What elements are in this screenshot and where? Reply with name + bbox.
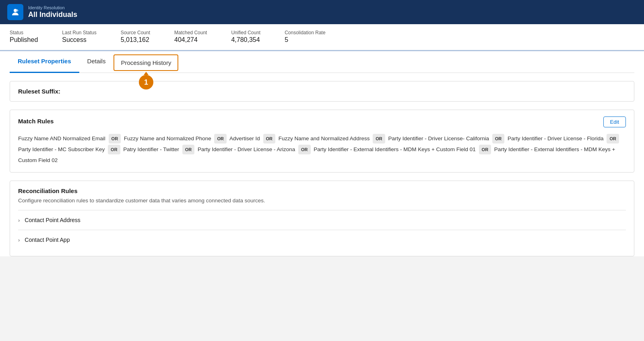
stat-last-run: Last Run Status Success bbox=[62, 30, 96, 44]
rule-text-4: Party Identifier - Driver License- Calif… bbox=[388, 135, 489, 141]
or-badge-6: OR bbox=[108, 145, 120, 154]
or-badge-2: OR bbox=[263, 134, 276, 143]
stats-bar: Status Published Last Run Status Success… bbox=[0, 24, 644, 51]
stat-consolidation-rate: Consolidation Rate 5 bbox=[285, 30, 325, 44]
edit-button[interactable]: Edit bbox=[603, 116, 626, 127]
app-header: Identity Resolution All Individuals bbox=[0, 0, 644, 24]
ruleset-suffix-label: Ruleset Suffix: bbox=[18, 88, 60, 95]
or-badge-4: OR bbox=[492, 134, 505, 143]
rule-text-1: Fuzzy Name and Normalized Phone bbox=[124, 135, 211, 141]
match-rules-header: Match Rules Edit bbox=[18, 116, 626, 127]
stat-consolidation-rate-value: 5 bbox=[285, 36, 325, 44]
main-content: Ruleset Properties Details Processing Hi… bbox=[0, 51, 644, 256]
tab-ruleset-properties[interactable]: Ruleset Properties bbox=[10, 51, 79, 73]
stat-status-label: Status bbox=[10, 30, 38, 35]
rule-text-0: Fuzzy Name AND Normalized Email bbox=[18, 135, 105, 141]
stat-unified-count-label: Unified Count bbox=[231, 30, 260, 35]
rule-text-6: Party Identifier - MC Subscriber Key bbox=[18, 146, 105, 152]
stat-source-count-label: Source Count bbox=[121, 30, 150, 35]
tab-details[interactable]: Details bbox=[79, 51, 114, 73]
rule-text-2: Advertiser Id bbox=[229, 135, 260, 141]
tab-processing-history[interactable]: Processing History 1 bbox=[114, 54, 178, 71]
match-rules-content: Fuzzy Name AND Normalized Email OR Fuzzy… bbox=[18, 133, 626, 166]
or-badge-7: OR bbox=[182, 145, 195, 154]
or-badge-8: OR bbox=[298, 145, 311, 154]
stat-last-run-label: Last Run Status bbox=[62, 30, 96, 35]
stat-consolidation-rate-label: Consolidation Rate bbox=[285, 30, 325, 35]
ruleset-suffix-section: Ruleset Suffix: bbox=[10, 81, 634, 102]
or-badge-1: OR bbox=[214, 134, 227, 143]
reconciliation-rules-description: Configure reconciliation rules to standa… bbox=[18, 198, 626, 204]
rule-text-9: Party Identifier - External Identifiers … bbox=[314, 146, 476, 152]
reconciliation-rules-section: Reconciliation Rules Configure reconcili… bbox=[10, 181, 634, 256]
stat-status-value: Published bbox=[10, 36, 38, 44]
rule-text-8: Party Identifier - Driver License - Ariz… bbox=[198, 146, 295, 152]
rule-text-7: Patry Identifier - Twitter bbox=[123, 146, 179, 152]
match-rules-section: Match Rules Edit Fuzzy Name AND Normaliz… bbox=[10, 110, 634, 173]
stat-matched-count-value: 404,274 bbox=[174, 36, 207, 44]
expandable-contact-point-app[interactable]: › Contact Point App bbox=[18, 230, 626, 250]
tab-bar: Ruleset Properties Details Processing Hi… bbox=[10, 51, 634, 73]
stat-matched-count-label: Matched Count bbox=[174, 30, 207, 35]
rule-text-5: Party Identifier - Driver License - Flor… bbox=[508, 135, 604, 141]
or-badge-5: OR bbox=[607, 134, 619, 143]
stat-last-run-value: Success bbox=[62, 36, 96, 44]
chevron-right-icon-2: › bbox=[18, 237, 20, 243]
app-title: All Individuals bbox=[28, 10, 77, 19]
app-subtitle: Identity Resolution bbox=[28, 5, 77, 10]
stat-matched-count: Matched Count 404,274 bbox=[174, 30, 207, 44]
stat-source-count: Source Count 5,013,162 bbox=[121, 30, 150, 44]
contact-point-address-label: Contact Point Address bbox=[25, 217, 80, 223]
stat-source-count-value: 5,013,162 bbox=[121, 36, 150, 44]
stat-unified-count: Unified Count 4,780,354 bbox=[231, 30, 260, 44]
contact-point-app-label: Contact Point App bbox=[25, 237, 70, 243]
or-badge-3: OR bbox=[373, 134, 385, 143]
chevron-right-icon: › bbox=[18, 217, 20, 223]
tooltip-number-badge: 1 bbox=[139, 75, 153, 89]
identity-icon bbox=[10, 7, 20, 17]
stat-status: Status Published bbox=[10, 30, 38, 44]
svg-point-0 bbox=[14, 9, 17, 12]
expandable-contact-point-address[interactable]: › Contact Point Address bbox=[18, 210, 626, 230]
or-badge-0: OR bbox=[109, 134, 121, 143]
or-badge-9: OR bbox=[479, 145, 491, 154]
rule-text-3: Fuzzy Name and Normalized Address bbox=[279, 135, 370, 141]
stat-unified-count-value: 4,780,354 bbox=[231, 36, 260, 44]
reconciliation-rules-title: Reconciliation Rules bbox=[18, 187, 78, 194]
tab-processing-history-wrapper: Processing History 1 bbox=[114, 51, 178, 73]
app-title-block: Identity Resolution All Individuals bbox=[28, 5, 77, 19]
match-rules-title: Match Rules bbox=[18, 118, 54, 125]
app-logo bbox=[7, 4, 23, 20]
